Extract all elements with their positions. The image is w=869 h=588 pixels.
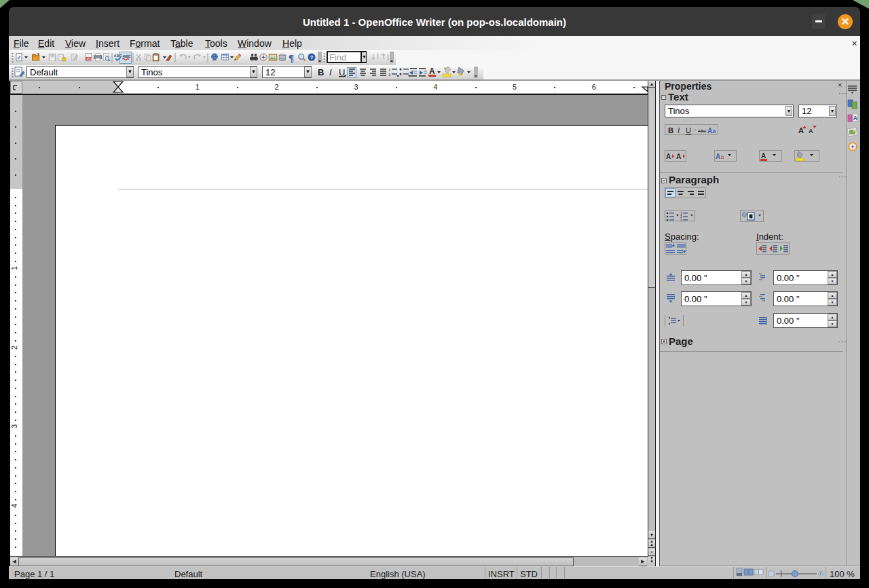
svg-text:-: -: [694, 126, 696, 133]
svg-text:A: A: [716, 153, 720, 160]
svg-text:A: A: [712, 128, 716, 134]
svg-text:B: B: [318, 67, 324, 77]
svg-text:A: A: [853, 115, 858, 122]
svg-text:2: 2: [388, 73, 391, 77]
svg-text:A: A: [809, 128, 813, 134]
svg-text:U: U: [686, 126, 691, 134]
svg-text:b: b: [721, 154, 724, 160]
svg-text:3: 3: [680, 218, 682, 222]
svg-text:B: B: [668, 126, 673, 134]
svg-text:I: I: [678, 126, 680, 134]
svg-text:?: ?: [310, 54, 314, 60]
svg-text:¶: ¶: [289, 53, 294, 64]
svg-text:PDF: PDF: [86, 58, 93, 61]
svg-text:ABC: ABC: [122, 54, 130, 58]
svg-text:1: 1: [388, 68, 391, 72]
svg-text:U: U: [339, 67, 345, 77]
svg-text:A: A: [761, 152, 766, 160]
svg-text:I: I: [329, 67, 332, 77]
svg-text:ABC: ABC: [698, 129, 707, 133]
svg-text:A: A: [666, 153, 671, 160]
svg-text:A: A: [798, 126, 804, 134]
svg-text:A: A: [676, 153, 681, 160]
svg-text:A: A: [429, 67, 435, 76]
